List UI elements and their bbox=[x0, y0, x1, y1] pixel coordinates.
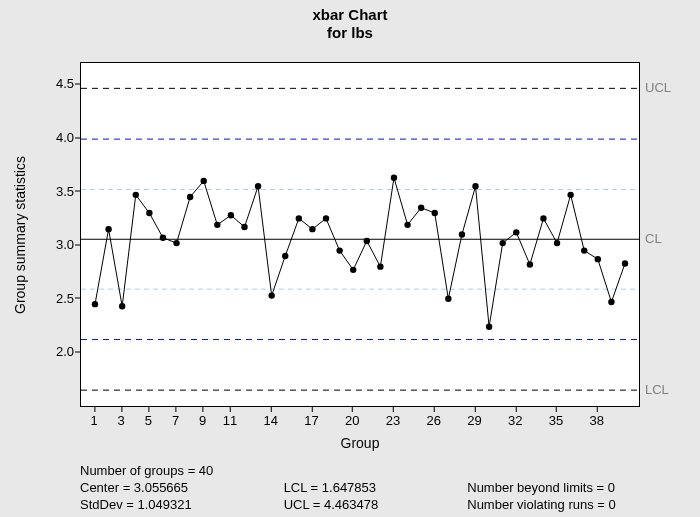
x-tick: 3 bbox=[118, 413, 125, 428]
svg-point-11 bbox=[146, 210, 152, 216]
x-axis-label: Group bbox=[80, 435, 640, 451]
svg-point-20 bbox=[268, 292, 274, 298]
svg-point-33 bbox=[445, 296, 451, 302]
x-tick: 17 bbox=[304, 413, 318, 428]
y-axis-label: Group summary statistics bbox=[10, 62, 30, 407]
svg-point-18 bbox=[241, 224, 247, 230]
plot-area bbox=[80, 62, 640, 407]
x-tick: 1 bbox=[90, 413, 97, 428]
x-tick: 20 bbox=[345, 413, 359, 428]
y-tick: 2.5 bbox=[56, 290, 74, 305]
footer-ucl: UCL = 4.463478 bbox=[284, 497, 464, 514]
svg-point-41 bbox=[554, 240, 560, 246]
svg-point-32 bbox=[432, 210, 438, 216]
x-tick: 23 bbox=[386, 413, 400, 428]
svg-point-15 bbox=[201, 178, 207, 184]
limit-labels: UCLCLLCL bbox=[641, 62, 691, 407]
svg-point-42 bbox=[567, 192, 573, 198]
limit-label-cl: CL bbox=[645, 231, 662, 246]
svg-point-14 bbox=[187, 194, 193, 200]
svg-point-26 bbox=[350, 267, 356, 273]
svg-point-12 bbox=[160, 235, 166, 241]
svg-point-39 bbox=[527, 261, 533, 267]
svg-point-25 bbox=[336, 247, 342, 253]
footer-stddev: StdDev = 1.049321 bbox=[80, 497, 280, 514]
footer-lcl: LCL = 1.647853 bbox=[284, 480, 464, 497]
x-tick: 26 bbox=[427, 413, 441, 428]
svg-point-13 bbox=[173, 240, 179, 246]
svg-point-23 bbox=[309, 226, 315, 232]
svg-point-44 bbox=[595, 256, 601, 262]
svg-point-19 bbox=[255, 183, 261, 189]
footer-violating: Number violating runs = 0 bbox=[467, 497, 657, 514]
limit-label-ucl: UCL bbox=[645, 80, 671, 95]
x-tick: 29 bbox=[467, 413, 481, 428]
svg-point-37 bbox=[499, 240, 505, 246]
svg-point-24 bbox=[323, 215, 329, 221]
svg-point-30 bbox=[404, 222, 410, 228]
svg-point-31 bbox=[418, 205, 424, 211]
svg-point-35 bbox=[472, 183, 478, 189]
footer-ngroups: Number of groups = 40 bbox=[80, 463, 280, 480]
footer-center: Center = 3.055665 bbox=[80, 480, 280, 497]
svg-point-43 bbox=[581, 247, 587, 253]
limit-label-lcl: LCL bbox=[645, 382, 669, 397]
chart-title-line1: xbar Chart bbox=[0, 6, 700, 24]
svg-point-36 bbox=[486, 323, 492, 329]
svg-point-17 bbox=[228, 212, 234, 218]
svg-point-22 bbox=[296, 215, 302, 221]
svg-point-8 bbox=[105, 226, 111, 232]
y-tick: 3.0 bbox=[56, 237, 74, 252]
chart-title-line2: for lbs bbox=[0, 24, 700, 42]
x-tick: 9 bbox=[199, 413, 206, 428]
y-axis: 2.02.53.03.54.04.5 bbox=[40, 62, 80, 407]
y-tick: 2.0 bbox=[56, 344, 74, 359]
y-tick: 4.5 bbox=[56, 76, 74, 91]
svg-point-29 bbox=[391, 174, 397, 180]
footer-beyond: Number beyond limits = 0 bbox=[467, 480, 657, 497]
svg-point-45 bbox=[608, 299, 614, 305]
svg-point-38 bbox=[513, 229, 519, 235]
x-tick: 35 bbox=[549, 413, 563, 428]
svg-point-7 bbox=[92, 301, 98, 307]
x-tick: 14 bbox=[263, 413, 277, 428]
y-tick: 4.0 bbox=[56, 130, 74, 145]
svg-point-46 bbox=[622, 260, 628, 266]
svg-point-28 bbox=[377, 263, 383, 269]
svg-point-16 bbox=[214, 222, 220, 228]
svg-point-34 bbox=[459, 231, 465, 237]
svg-point-9 bbox=[119, 303, 125, 309]
x-tick: 11 bbox=[223, 413, 237, 428]
svg-point-10 bbox=[133, 192, 139, 198]
control-chart bbox=[81, 63, 639, 406]
svg-point-27 bbox=[364, 238, 370, 244]
x-tick: 7 bbox=[172, 413, 179, 428]
x-tick: 5 bbox=[145, 413, 152, 428]
x-tick: 32 bbox=[508, 413, 522, 428]
svg-point-21 bbox=[282, 253, 288, 259]
y-tick: 3.5 bbox=[56, 183, 74, 198]
summary-footer: Number of groups = 40 Center = 3.055665 … bbox=[80, 463, 660, 514]
svg-point-40 bbox=[540, 215, 546, 221]
x-tick: 38 bbox=[590, 413, 604, 428]
